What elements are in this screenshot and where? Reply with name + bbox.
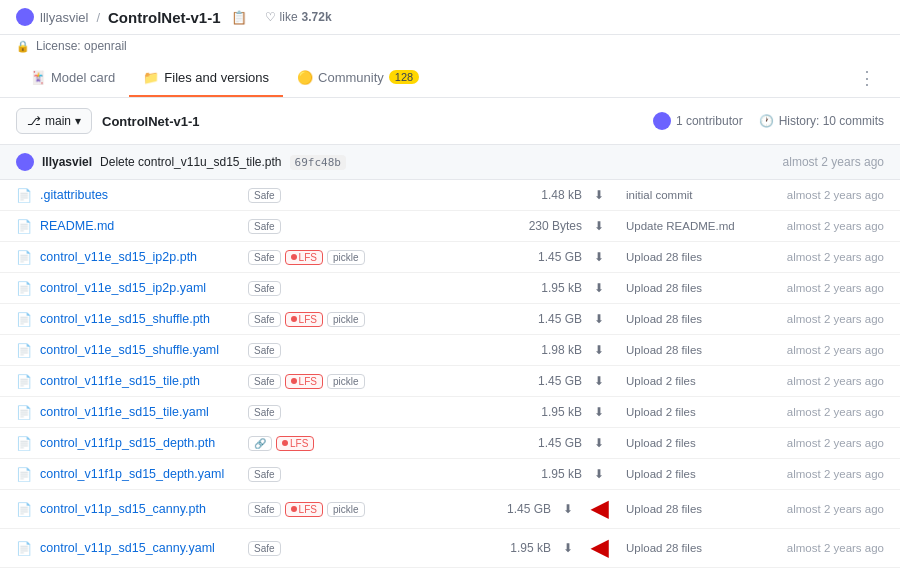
tab-community[interactable]: 🟡 Community 128 bbox=[283, 60, 433, 97]
file-row: 📄 README.md Safe 230 Bytes ⬇ Update READ… bbox=[0, 211, 900, 242]
download-button[interactable]: ⬇ bbox=[590, 248, 608, 266]
download-button[interactable]: ⬇ bbox=[559, 539, 577, 557]
file-row: 📄 control_v11p_sd15_inpaint.pth Safe LFS… bbox=[0, 568, 900, 572]
download-button[interactable]: ⬇ bbox=[590, 372, 608, 390]
file-time: almost 2 years ago bbox=[774, 220, 884, 232]
arrow-highlight: ◀ bbox=[591, 496, 608, 522]
file-row: 📄 control_v11e_sd15_ip2p.yaml Safe 1.95 … bbox=[0, 273, 900, 304]
badges-group: Safe bbox=[248, 219, 283, 234]
file-size: 1.45 GB bbox=[512, 250, 582, 264]
file-commit-msg: Upload 28 files bbox=[626, 503, 766, 515]
like-section[interactable]: ♡ like 3.72k bbox=[265, 10, 332, 24]
file-name[interactable]: control_v11f1e_sd15_tile.pth bbox=[40, 374, 240, 388]
file-size: 1.45 GB bbox=[481, 502, 551, 516]
separator: / bbox=[96, 10, 100, 25]
breadcrumb[interactable]: ControlNet-v1-1 bbox=[102, 114, 200, 129]
file-name[interactable]: control_v11f1p_sd15_depth.pth bbox=[40, 436, 240, 450]
file-time: almost 2 years ago bbox=[774, 251, 884, 263]
file-list: 📄 .gitattributes Safe 1.48 kB ⬇ initial … bbox=[0, 180, 900, 572]
files-icon: 📁 bbox=[143, 70, 159, 85]
badge-safe: Safe bbox=[248, 467, 281, 482]
badge-safe: Safe bbox=[248, 343, 281, 358]
download-button[interactable]: ⬇ bbox=[590, 279, 608, 297]
file-icon: 📄 bbox=[16, 502, 32, 517]
file-size: 1.95 kB bbox=[512, 467, 582, 481]
file-name[interactable]: control_v11p_sd15_canny.yaml bbox=[40, 541, 240, 555]
file-size: 1.95 kB bbox=[481, 541, 551, 555]
file-name[interactable]: control_v11e_sd15_ip2p.yaml bbox=[40, 281, 240, 295]
contributor-avatar bbox=[653, 112, 671, 130]
arrow-highlight: ◀ bbox=[591, 535, 608, 561]
download-button[interactable]: ⬇ bbox=[590, 341, 608, 359]
badge-safe: Safe bbox=[248, 281, 281, 296]
history-button[interactable]: 🕐 History: 10 commits bbox=[759, 114, 884, 128]
download-button[interactable]: ⬇ bbox=[590, 465, 608, 483]
file-icon: 📄 bbox=[16, 281, 32, 296]
license-icon: 🔒 bbox=[16, 40, 30, 53]
file-commit-msg: Upload 28 files bbox=[626, 251, 766, 263]
badges-group: Safe LFSpickle bbox=[248, 374, 367, 389]
file-commit-msg: Upload 2 files bbox=[626, 375, 766, 387]
file-name[interactable]: control_v11e_sd15_shuffle.pth bbox=[40, 312, 240, 326]
file-row: 📄 control_v11p_sd15_canny.yaml Safe 1.95… bbox=[0, 529, 900, 568]
file-size: 1.48 kB bbox=[512, 188, 582, 202]
copy-icon[interactable]: 📋 bbox=[231, 10, 247, 25]
file-name[interactable]: control_v11e_sd15_shuffle.yaml bbox=[40, 343, 240, 357]
badge-safe: Safe bbox=[248, 502, 281, 517]
chevron-down-icon: ▾ bbox=[75, 114, 81, 128]
badge-normal: pickle bbox=[327, 502, 365, 517]
file-size: 1.45 GB bbox=[512, 312, 582, 326]
download-button[interactable]: ⬇ bbox=[590, 403, 608, 421]
contributor-label: 1 contributor bbox=[676, 114, 743, 128]
download-button[interactable]: ⬇ bbox=[590, 186, 608, 204]
download-button[interactable]: ⬇ bbox=[559, 500, 577, 518]
file-size: 230 Bytes bbox=[512, 219, 582, 233]
file-name[interactable]: control_v11f1p_sd15_depth.yaml bbox=[40, 467, 240, 481]
file-name[interactable]: README.md bbox=[40, 219, 240, 233]
file-commit-msg: Upload 2 files bbox=[626, 437, 766, 449]
branch-label: main bbox=[45, 114, 71, 128]
branch-selector[interactable]: ⎇ main ▾ bbox=[16, 108, 92, 134]
repo-name[interactable]: ControlNet-v1-1 bbox=[108, 9, 221, 26]
file-icon: 📄 bbox=[16, 374, 32, 389]
file-time: almost 2 years ago bbox=[774, 189, 884, 201]
badges-group: Safe LFSpickle bbox=[248, 250, 367, 265]
commit-username[interactable]: lllyasviel bbox=[42, 155, 92, 169]
file-name[interactable]: control_v11e_sd15_ip2p.pth bbox=[40, 250, 240, 264]
file-commit-msg: Upload 2 files bbox=[626, 406, 766, 418]
file-row: 📄 control_v11f1p_sd15_depth.pth 🔗 LFS 1.… bbox=[0, 428, 900, 459]
badge-safe: Safe bbox=[248, 374, 281, 389]
file-commit-msg: initial commit bbox=[626, 189, 766, 201]
download-button[interactable]: ⬇ bbox=[590, 217, 608, 235]
download-button[interactable]: ⬇ bbox=[590, 310, 608, 328]
file-icon: 📄 bbox=[16, 219, 32, 234]
file-name[interactable]: .gitattributes bbox=[40, 188, 240, 202]
file-icon: 📄 bbox=[16, 467, 32, 482]
tabs: 🃏 Model card 📁 Files and versions 🟡 Comm… bbox=[0, 59, 900, 98]
badge-normal: pickle bbox=[327, 374, 365, 389]
commit-hash[interactable]: 69fc48b bbox=[290, 155, 346, 170]
like-count: 3.72k bbox=[302, 10, 332, 24]
badge-safe: Safe bbox=[248, 405, 281, 420]
file-name[interactable]: control_v11f1e_sd15_tile.yaml bbox=[40, 405, 240, 419]
tab-files-versions[interactable]: 📁 Files and versions bbox=[129, 60, 283, 97]
branch-icon: ⎇ bbox=[27, 114, 41, 128]
more-options-button[interactable]: ⋮ bbox=[850, 59, 884, 97]
top-bar: lllyasviel / ControlNet-v1-1 📋 ♡ like 3.… bbox=[0, 0, 900, 35]
file-name[interactable]: control_v11p_sd15_canny.pth bbox=[40, 502, 240, 516]
tab-files-label: Files and versions bbox=[164, 70, 269, 85]
file-row: 📄 control_v11f1e_sd15_tile.pth Safe LFSp… bbox=[0, 366, 900, 397]
like-label: like bbox=[280, 10, 298, 24]
file-commit-msg: Upload 28 files bbox=[626, 542, 766, 554]
file-time: almost 2 years ago bbox=[774, 313, 884, 325]
username[interactable]: lllyasviel bbox=[40, 10, 88, 25]
toolbar: ⎇ main ▾ ControlNet-v1-1 1 contributor 🕐… bbox=[0, 98, 900, 145]
contributor-button[interactable]: 1 contributor bbox=[653, 112, 743, 130]
community-icon: 🟡 bbox=[297, 70, 313, 85]
file-time: almost 2 years ago bbox=[774, 437, 884, 449]
download-button[interactable]: ⬇ bbox=[590, 434, 608, 452]
file-icon: 📄 bbox=[16, 312, 32, 327]
file-icon: 📄 bbox=[16, 541, 32, 556]
tab-model-card[interactable]: 🃏 Model card bbox=[16, 60, 129, 97]
file-time: almost 2 years ago bbox=[774, 344, 884, 356]
